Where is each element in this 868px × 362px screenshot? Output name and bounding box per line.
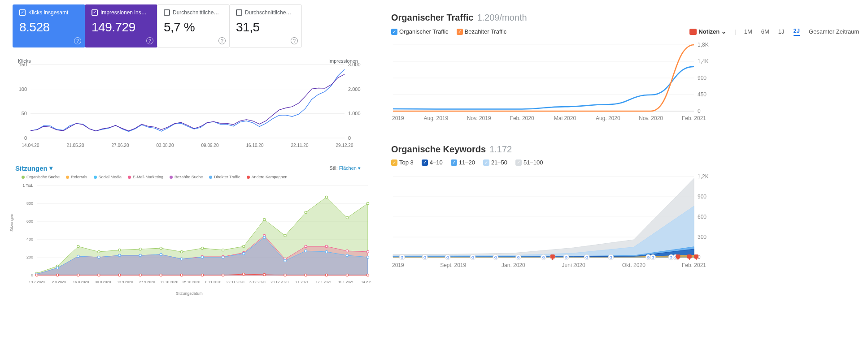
legend-item[interactable]: E-Mail-Marketing: [128, 175, 163, 179]
kpi-label: Impressionen ins…: [100, 9, 147, 16]
svg-text:13.9.2020: 13.9.2020: [117, 280, 133, 284]
legend-item[interactable]: ✓Top 3: [391, 159, 414, 166]
legend-item[interactable]: Andere Kampagnen: [247, 175, 288, 179]
svg-point-100: [366, 256, 369, 258]
range-tab[interactable]: 6M: [761, 28, 769, 35]
kpi-card-ctr[interactable]: Durchschnittliche… 5,7 % ?: [157, 4, 230, 47]
svg-text:1,2K: 1,2K: [698, 173, 709, 180]
svg-point-102: [57, 274, 59, 276]
help-icon[interactable]: ?: [146, 37, 153, 44]
svg-text:Feb. 2021: Feb. 2021: [682, 262, 706, 268]
legend-item[interactable]: Social Media: [94, 175, 122, 179]
svg-text:6.12.2020: 6.12.2020: [249, 280, 266, 284]
checkbox-icon: [236, 9, 242, 16]
svg-text:Okt. 2020: Okt. 2020: [622, 262, 646, 268]
svg-text:Mai 2019: Mai 2019: [391, 262, 404, 268]
svg-text:03.08.20: 03.08.20: [157, 143, 174, 148]
svg-point-59: [222, 249, 224, 251]
organic-keywords-chart: 1,2K9006003000Mai 2019Sept. 2019Jan. 202…: [391, 172, 859, 272]
svg-point-86: [77, 255, 79, 257]
legend-organic-traffic[interactable]: ✓Organischer Traffic: [391, 28, 449, 35]
kpi-card-position[interactable]: Durchschnittliche… 31,5 ?: [229, 4, 302, 47]
sessions-legend: Organische SucheReferralsSocial MediaE-M…: [22, 175, 361, 179]
kpi-value: 5,7 %: [164, 20, 223, 34]
kpi-card-clicks[interactable]: Klicks insgesamt 8.528 ?: [13, 4, 85, 47]
svg-point-104: [98, 274, 100, 276]
section-title: Organische Keywords: [391, 144, 486, 154]
help-icon[interactable]: ?: [74, 37, 81, 44]
svg-text:3.000: 3.000: [348, 62, 361, 67]
svg-text:200: 200: [26, 255, 33, 259]
svg-text:27.06.20: 27.06.20: [112, 143, 129, 148]
svg-point-82: [346, 250, 348, 252]
svg-text:0: 0: [31, 273, 33, 277]
svg-text:G: G: [647, 255, 650, 259]
svg-text:450: 450: [698, 91, 707, 98]
svg-text:0: 0: [348, 135, 351, 141]
caret-down-icon: ⌄: [721, 28, 726, 35]
svg-text:16.8.2020: 16.8.2020: [73, 280, 89, 284]
svg-text:G: G: [565, 255, 567, 259]
legend-item[interactable]: Direkter Traffic: [209, 175, 240, 179]
sessions-dropdown[interactable]: Sitzungen ▾: [15, 164, 53, 172]
checkbox-icon: [92, 9, 98, 16]
svg-text:300: 300: [698, 234, 707, 240]
svg-text:G: G: [670, 255, 672, 259]
svg-text:2.000: 2.000: [348, 86, 361, 92]
sessions-title: Sitzungen: [15, 164, 48, 172]
svg-text:600: 600: [26, 219, 33, 224]
legend-item[interactable]: ✓4–10: [422, 159, 443, 166]
svg-text:Jan. 2020: Jan. 2020: [502, 262, 525, 268]
legend-item[interactable]: Referrals: [66, 175, 87, 179]
svg-point-98: [325, 250, 327, 253]
legend-item[interactable]: ✓21–50: [483, 159, 507, 166]
range-tab[interactable]: 1M: [744, 28, 752, 35]
svg-text:30.8.2020: 30.8.2020: [95, 280, 111, 284]
svg-point-56: [160, 247, 162, 249]
svg-rect-183: [550, 254, 555, 259]
kpi-card-impressions[interactable]: Impressionen ins… 149.729 ?: [85, 4, 157, 47]
svg-text:27.9.2020: 27.9.2020: [139, 280, 155, 284]
legend-item[interactable]: ✓11–20: [451, 159, 475, 166]
range-tab[interactable]: 1J: [778, 28, 785, 35]
legend-paid-traffic[interactable]: ✓Bezahlter Traffic: [457, 28, 507, 35]
svg-point-110: [222, 274, 224, 276]
help-icon[interactable]: ?: [291, 37, 298, 44]
svg-text:Juni 2020: Juni 2020: [562, 262, 585, 268]
svg-point-83: [366, 250, 369, 253]
kpi-value: 149.729: [92, 20, 151, 34]
svg-point-61: [263, 218, 266, 220]
range-tab[interactable]: Gesamter Zeitraum: [809, 28, 859, 35]
svg-text:1,8K: 1,8K: [698, 42, 709, 48]
svg-point-115: [325, 274, 327, 276]
caret-down-icon: ▾: [49, 164, 53, 172]
chart-style-selector[interactable]: Stil: Flächen ▾: [329, 165, 361, 171]
svg-text:31.1.2021: 31.1.2021: [338, 280, 354, 284]
svg-point-111: [243, 273, 245, 275]
notes-dropdown[interactable]: Notizen ⌄: [689, 28, 726, 35]
svg-text:Nov. 2019: Nov. 2019: [467, 115, 491, 121]
svg-point-57: [180, 250, 183, 253]
svg-point-117: [366, 274, 369, 276]
legend-item[interactable]: Bezahlte Suche: [170, 175, 203, 179]
help-icon[interactable]: ?: [218, 37, 226, 44]
kpi-label: Klicks insgesamt: [28, 9, 68, 16]
range-tab[interactable]: 2J: [794, 27, 800, 36]
svg-point-95: [263, 236, 266, 238]
legend-dot-icon: [94, 176, 97, 179]
legend-item[interactable]: ✓51–100: [515, 159, 543, 166]
legend-item[interactable]: Organische Suche: [22, 175, 60, 179]
svg-point-106: [139, 274, 141, 276]
legend-checkbox-icon: ✓: [451, 159, 457, 166]
svg-rect-186: [694, 254, 698, 259]
legend-checkbox-icon: ✓: [515, 159, 522, 166]
svg-point-93: [222, 256, 224, 258]
svg-point-54: [118, 249, 121, 251]
y-axis-label: Sitzungen: [9, 214, 14, 232]
svg-text:50: 50: [22, 111, 27, 116]
svg-text:Feb. 2021: Feb. 2021: [682, 115, 706, 121]
legend-checkbox-icon: ✓: [391, 159, 397, 166]
svg-text:G: G: [651, 255, 654, 259]
svg-text:16.10.20: 16.10.20: [246, 143, 264, 148]
svg-text:G: G: [542, 255, 545, 259]
